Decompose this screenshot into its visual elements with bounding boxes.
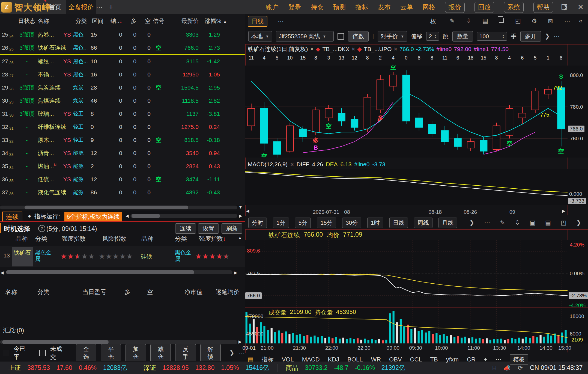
timing-lianxu-button[interactable]: 连续 [175,223,196,234]
toolbar-more-icon[interactable]: ❯ [545,33,550,40]
quote-row[interactable]: 2827 - 不锈... YS 黑色... 16 0 0 0 12950 1.0… [0,68,245,81]
indicator-tab-WR[interactable]: WR [371,356,381,363]
reduce-position-button[interactable]: 减仓 [150,344,171,362]
download-icon[interactable]: ⇩ [515,219,520,226]
quantity-button[interactable]: 数量 [452,31,473,41]
menu-item-3[interactable]: 预测 [333,3,346,11]
quote-row[interactable]: 3231 - 纤维板连续 轻工 0 0 0 0 1275.0 0.24 [0,120,245,133]
offset-stepper[interactable]: 2▲▼ [426,32,439,41]
period-tab-月线[interactable]: 月线 [438,218,457,228]
quote-row[interactable]: 3635 - 低硫... YS 能源 12 0 0 0 空 3474 -1.11 [0,173,245,186]
menu-item-6[interactable]: 云单 [400,3,413,11]
unfilled-checkbox[interactable] [39,350,46,356]
fullscreen-icon[interactable]: ◰ [561,219,566,226]
open-long-button[interactable]: 多开 [520,31,541,41]
more-arrow-icon[interactable]: ❯ [576,219,581,226]
menu-item-1[interactable]: 登录 [288,3,301,11]
timing-row[interactable]: 13 铁矿石 黑色金属 ★★★★★★★★★★ ★★★★★★★★★★ 硅铁 黑色金… [0,246,245,267]
tab-quotes[interactable]: 全盘报价× [66,0,96,14]
trash-icon[interactable] [499,17,504,23]
close-pane-icon[interactable]: ⊠ [548,17,553,25]
layout-icon[interactable]: ▤ [545,219,551,226]
more-arrow-icon[interactable]: ❯ [469,219,474,226]
kline-chart[interactable]: 800.0780.0760.0空多B空多空B空S空792.775. [245,66,588,158]
new-tab-icon[interactable]: + [109,0,114,14]
quote-row[interactable]: 3433 - 沥青... YS 能源 12 0 0 0 3540 0.94 [0,147,245,160]
timing-settings-button[interactable]: 设置 [198,223,219,234]
menu-button-1[interactable]: 回放 [474,2,494,13]
menu-item-2[interactable]: 持仓 [311,3,323,11]
remove-icon[interactable]: × [352,46,355,53]
menu-item-0[interactable]: 账户 [266,3,279,11]
layout-icon[interactable]: ▤ [482,17,488,25]
timing-hscrollbar[interactable] [6,270,232,274]
indicator-tab-CCL[interactable]: CCL [410,356,422,363]
multiplier-button[interactable]: 倍数 [348,31,369,41]
quote-row[interactable]: 3029 3强顶 焦煤连续 煤炭 46 0 0 0 1118.5 -2.82 [0,94,245,107]
announcement-icon[interactable]: 📣 [503,364,511,372]
scroll-down-icon[interactable]: ▼ [238,205,243,209]
period-tab-1分[interactable]: 1分 [273,218,289,228]
timing-scroll-right-icon[interactable]: ▶ [234,270,237,275]
period-tab-分时[interactable]: 分时 [248,218,267,228]
timing-refresh-button[interactable]: 刷新 [222,223,242,234]
quote-row[interactable]: 3736 - 液化气连续 能源 86 0 0 0 4392 -0.43 [0,186,245,199]
macd-chart[interactable] [245,169,588,205]
tab-home[interactable]: 首页 [44,0,66,14]
collapse-icon[interactable]: « [579,17,582,25]
tab-overflow-icon[interactable]: ⋯ [96,0,103,14]
indicator-tab-yfxm[interactable]: yfxm [446,356,459,363]
scroll-up-icon[interactable]: ▲ [223,19,227,24]
settings-gear-icon[interactable]: ⚙ [532,17,537,25]
remove-icon[interactable]: × [310,46,314,53]
reverse-button[interactable]: 反手 [175,344,196,362]
contract-dropdown[interactable]: Jlf2552559 离线▼ [276,31,334,41]
toolbar-overflow-icon[interactable]: ⋯ [554,33,560,40]
timing-scroll-left-icon[interactable]: ◀ [1,270,4,275]
unlock-button[interactable]: 解锁 [200,344,221,362]
menu-button-0[interactable]: 报价 [445,2,465,13]
kline-scroll-left-icon[interactable]: ◀ [246,209,249,213]
more-icon[interactable]: ⋯ [564,17,570,25]
more-arrow-icon[interactable]: ❯ [229,349,234,357]
edit-icon[interactable]: ✎ [500,219,505,226]
runner-scroll-right-icon[interactable]: ▶ [239,213,242,218]
menu-item-7[interactable]: 网格 [423,3,435,11]
add-indicator-icon[interactable]: + [484,356,487,363]
edit-icon[interactable]: ✎ [450,17,455,25]
quote-row[interactable]: 3332 - 原木... YS 轻工 9 0 0 0 空 818.5 -0.18 [0,133,245,147]
snapshot-icon[interactable]: ▣ [530,219,535,226]
minimize-button[interactable]: ─ [539,0,554,14]
download-icon[interactable]: ⇩ [466,17,471,25]
quote-table-header[interactable]: 日状态 名称 分类 区间 结..↓ 多 空 信号 最新价 涨幅% ▲ [0,14,245,28]
order-checkbox[interactable] [338,33,344,40]
lianxu-tab[interactable]: 连续 [2,212,22,222]
indicator-tab-MACD[interactable]: MACD [302,356,320,363]
menu-item-5[interactable]: 发布 [378,3,390,11]
fullscreen-icon[interactable]: ◰ [515,17,521,25]
period-tab-周线[interactable]: 周线 [414,218,432,228]
menu-button-2[interactable]: 系统 [504,2,524,13]
chart-overflow-icon[interactable]: ⋯ [278,18,284,25]
period-tab-5分[interactable]: 5分 [295,218,311,228]
monitor-icon[interactable]: ⌸ [493,364,496,372]
close-position-button[interactable]: 平仓 [101,344,121,362]
help-icon[interactable]: ? [38,225,45,232]
source-dropdown[interactable]: 本地▼ [248,31,272,41]
indicator-tab-TB[interactable]: TB [430,356,438,363]
quote-row[interactable]: 2524 3强顶 热卷... YS 黑色... 15 0 0 0 3303 -1… [0,28,245,41]
overflow-icon[interactable]: ⋯ [484,219,490,226]
price-mode-dropdown[interactable]: 对手价▼ [378,31,407,41]
period-tab-15分[interactable]: 15分 [317,218,336,228]
runner-scroll-left-icon[interactable]: ◀ [126,213,129,218]
indicator-tab-OBV[interactable]: OBV [389,356,402,363]
quote-row[interactable]: 3130 3强顶 玻璃... YS 轻工 8 0 0 0 1137 -3.81 [0,107,245,120]
remove-icon[interactable]: × [394,46,397,53]
period-tab-日线[interactable]: 日线 [389,218,408,228]
indicator-tab-KDJ[interactable]: KDJ [328,356,339,363]
indicator-tab-VOL[interactable]: VOL [282,356,294,363]
maximize-button[interactable]: ❐ [557,0,572,14]
indicator-tab-CR[interactable]: CR [467,356,476,363]
positions-hscrollbar[interactable] [0,340,237,344]
positions-scroll-icon[interactable]: ▶ [238,339,242,344]
